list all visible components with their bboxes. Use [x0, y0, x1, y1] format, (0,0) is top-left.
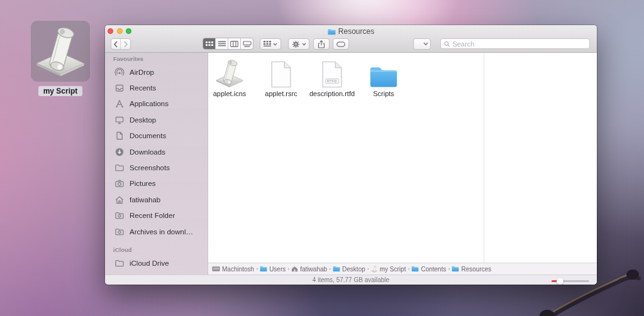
sidebar-item-downloads[interactable]: Downloads: [105, 144, 208, 160]
column-view-icon: [230, 41, 238, 47]
content-divider: [484, 53, 484, 263]
sidebar-item-applications[interactable]: Applications: [105, 96, 208, 112]
list-view-button[interactable]: [216, 38, 228, 49]
file-applet-rsrc[interactable]: applet.rsrc: [259, 57, 303, 97]
action-menu-button[interactable]: [288, 38, 309, 50]
status-bar: 4 items, 57.77 GB available: [105, 275, 597, 285]
folder-icon: [369, 65, 398, 88]
sidebar-item-airdrop[interactable]: AirDrop: [105, 64, 208, 80]
file-description-rtfd[interactable]: RTFD description.rtfd: [310, 57, 354, 97]
desktop-icon: [114, 115, 125, 125]
sidebar-item-label: fatiwahab: [130, 196, 160, 204]
grid-view-icon: [206, 41, 213, 46]
breadcrumb-label: Resources: [461, 266, 491, 273]
sidebar-item-label: Recent Folder: [130, 212, 175, 219]
breadcrumb-users[interactable]: Users: [260, 266, 286, 273]
file-name: applet.icns: [213, 90, 247, 97]
dropdown-button[interactable]: [413, 38, 431, 50]
file-view: applet.icns applet.rsrc RTFD description…: [208, 53, 597, 263]
sidebar-item-screenshots[interactable]: Screenshots: [105, 160, 208, 175]
column-view-button[interactable]: [228, 38, 241, 49]
breadcrumb-separator: ›: [287, 266, 289, 272]
breadcrumb-label: my Script: [380, 266, 406, 273]
sidebar-item-label: Pictures: [130, 180, 156, 187]
breadcrumb-fatiwahab[interactable]: fatiwahab: [291, 266, 327, 273]
sidebar-item-label: Recents: [130, 84, 156, 92]
list-view-icon: [218, 41, 226, 46]
folder-icon: [333, 266, 340, 272]
tag-button[interactable]: [333, 38, 349, 50]
folder-icon: [411, 266, 419, 272]
sidebar-item-label: iCloud Drive: [130, 259, 169, 267]
status-text: 4 items, 57.77 GB available: [105, 276, 597, 283]
camera-icon: [114, 178, 125, 188]
search-input[interactable]: [452, 40, 586, 48]
sidebar-item-label: Desktop: [130, 116, 156, 124]
window-title-area: Resources: [105, 27, 597, 36]
breadcrumb-resources[interactable]: Resources: [452, 266, 491, 273]
coverflow-view-button[interactable]: [241, 38, 253, 49]
breadcrumb-contents[interactable]: Contents: [411, 266, 446, 273]
arrange-icon: [264, 41, 271, 47]
applescript-icon: [371, 266, 378, 273]
sidebar-section-favourites: Favourites: [113, 55, 208, 62]
rtfd-badge: RTFD: [325, 79, 339, 84]
sidebar-item-recent-folder[interactable]: Recent Folder: [105, 208, 208, 224]
chevron-down-icon: [423, 42, 428, 46]
disk-icon: [212, 266, 220, 272]
folder-icon: [114, 258, 125, 268]
window-title: Resources: [338, 27, 374, 36]
share-icon: [318, 40, 325, 48]
breadcrumb-label: Desktop: [342, 266, 365, 273]
file-scripts-folder[interactable]: Scripts: [362, 57, 406, 97]
file-name: description.rtfd: [309, 90, 355, 97]
arrange-button[interactable]: [260, 38, 281, 50]
sidebar-item-label: Documents: [130, 132, 166, 139]
breadcrumb-separator: ›: [329, 266, 331, 272]
folder-icon: [260, 266, 267, 272]
coverflow-view-icon: [243, 41, 252, 47]
applications-icon: [114, 99, 125, 109]
sidebar-item-pictures[interactable]: Pictures: [105, 176, 208, 192]
back-button[interactable]: [111, 39, 121, 49]
breadcrumb-machintosh[interactable]: Machintosh: [212, 266, 254, 273]
forward-button[interactable]: [121, 39, 130, 49]
airdrop-icon: [114, 67, 125, 77]
chevron-right-icon: [123, 41, 128, 48]
chevron-down-icon: [302, 43, 306, 46]
sidebar-item-label: AirDrop: [130, 68, 154, 76]
sidebar-item-recents[interactable]: Recents: [105, 80, 208, 95]
desktop-icon-my-script[interactable]: my Script: [28, 21, 92, 96]
sidebar-item-documents[interactable]: Documents: [105, 128, 208, 144]
search-icon: [444, 41, 450, 47]
file-name: Scripts: [373, 90, 394, 97]
share-button[interactable]: [313, 38, 330, 50]
breadcrumb-label: Contents: [421, 266, 446, 273]
sidebar-item-desktop[interactable]: Desktop: [105, 112, 208, 128]
smart-folder-icon: [114, 210, 125, 221]
sidebar-item-archives[interactable]: Archives in downl…: [105, 224, 208, 239]
icon-size-slider[interactable]: [552, 279, 589, 282]
sidebar-item-icloud-drive[interactable]: iCloud Drive: [105, 255, 208, 271]
path-bar: Machintosh › Users › fatiwahab › Desktop…: [208, 263, 597, 275]
sidebar: Favourites AirDrop Recents: [105, 53, 208, 275]
home-icon: [114, 195, 125, 205]
file-applet-icns[interactable]: applet.icns: [208, 57, 252, 97]
slider-thumb[interactable]: [557, 278, 564, 285]
sidebar-section-icloud: iCloud: [113, 246, 208, 253]
sidebar-item-home[interactable]: fatiwahab: [105, 192, 208, 207]
nav-buttons: [111, 38, 131, 50]
breadcrumb-label: fatiwahab: [300, 266, 327, 273]
breadcrumb-my-script[interactable]: my Script: [371, 266, 406, 273]
search-field[interactable]: [440, 38, 590, 49]
finder-window: Resources: [105, 25, 597, 285]
breadcrumb-desktop[interactable]: Desktop: [333, 266, 365, 273]
folder-icon: [452, 266, 459, 272]
sidebar-item-label: Downloads: [130, 148, 165, 156]
home-icon: [291, 266, 298, 272]
file-name: applet.rsrc: [265, 90, 297, 97]
icon-view-button[interactable]: [203, 38, 216, 49]
chevron-down-icon: [273, 43, 277, 46]
sidebar-item-label: Archives in downl…: [130, 228, 193, 236]
titlebar: Resources: [105, 25, 597, 53]
